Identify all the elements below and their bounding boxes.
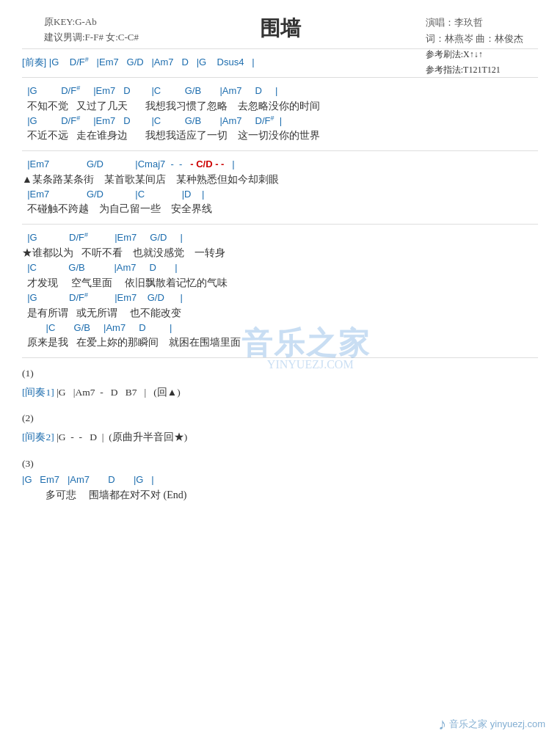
divider-4 — [22, 224, 538, 225]
ch-chords-1: |G D/F# |Em7 G/D | — [22, 230, 538, 245]
interlude-2-label: (2) [间奏2] |G - - D | (原曲升半音回★) — [22, 409, 538, 446]
interlude-1-label: (1) [间奏1] |G |Am7 - D B7 | (回▲) — [22, 364, 538, 401]
singer: 演唱：李玖哲 — [426, 15, 523, 31]
verse-1: |G D/F# |Em7 D |C G/B |Am7 D | 不知不觉 又过了几… — [22, 84, 538, 144]
footer-watermark: ♪ 音乐之家 yinyuezj.com — [438, 715, 545, 734]
ch-chords-4: |C G/B |Am7 D | — [22, 321, 538, 335]
pre-chorus: |Em7 G/D |Cmaj7 - - - C/D - - | ▲某条路某条街 … — [22, 157, 538, 216]
original-key: 原KEY:G-Ab — [44, 15, 139, 30]
footer-icon: ♪ — [438, 715, 446, 734]
fingering-ref: 参考指法:T121T121 — [426, 62, 523, 77]
interlude-2-num: (2) — [22, 409, 538, 428]
interlude-1-content: [间奏1] |G |Am7 - D B7 | (回▲) — [22, 383, 538, 402]
ch-chords-3: |G D/F# |Em7 G/D | — [22, 291, 538, 305]
chorus: |G D/F# |Em7 G/D | ★谁都以为 不听不看 也就没感觉 一转身 … — [22, 230, 538, 350]
v1-chords-2: |G D/F# |Em7 D |C G/B |Am7 D/F# | — [22, 114, 538, 128]
singer-info: 演唱：李玖哲 词：林燕岑 曲：林俊杰 参考刷法:X↑↓↑ 参考指法:T121T1… — [426, 15, 523, 77]
pc-lyrics-1: ▲某条路某条街 某首歌某间店 某种熟悉但如今却刺眼 — [22, 172, 538, 187]
footer-text: 音乐之家 yinyuezj.com — [449, 718, 545, 731]
ch-lyrics-3: 是有所谓 或无所谓 也不能改变 — [22, 305, 538, 321]
pc-chords-2: |Em7 G/D |C |D | — [22, 187, 538, 202]
divider-3 — [22, 150, 538, 151]
interlude-1-num: (1) — [22, 364, 538, 383]
ch-lyrics-1: ★谁都以为 不听不看 也就没感觉 一转身 — [22, 245, 538, 260]
divider-5 — [22, 357, 538, 358]
page: 原KEY:G-Ab 建议男调:F-F# 女:C-C# 围墙 演唱：李玖哲 词：林… — [0, 0, 560, 747]
song-title: 围墙 — [260, 15, 301, 43]
pc-chords-1: |Em7 G/D |Cmaj7 - - - C/D - - | — [22, 157, 538, 172]
strum-ref: 参考刷法:X↑↓↑ — [426, 47, 523, 62]
ch-lyrics-4: 原来是我 在爱上妳的那瞬间 就困在围墙里面 — [22, 335, 538, 350]
v1-lyrics-2: 不近不远 走在谁身边 我想我适应了一切 这一切没你的世界 — [22, 128, 538, 143]
outro-lyrics: 多可悲 围墙都在对不对 (End) — [22, 487, 538, 503]
suggest-key: 建议男调:F-F# 女:C-C# — [44, 30, 139, 45]
interlude-3-num: (3) — [22, 454, 538, 473]
outro-chords: |G Em7 |Am7 D |G | — [22, 473, 538, 487]
v1-lyrics-1: 不知不觉 又过了几天 我想我习惯了忽略 去忽略没你的时间 — [22, 98, 538, 114]
interlude-3-label: (3) |G Em7 |Am7 D |G | 多可悲 围墙都在对不对 (End) — [22, 454, 538, 503]
pc-lyrics-2: 不碰触不跨越 为自己留一些 安全界线 — [22, 201, 538, 216]
ch-chords-2: |C G/B |Am7 D | — [22, 260, 538, 275]
key-info: 原KEY:G-Ab 建议男调:F-F# 女:C-C# — [44, 15, 139, 45]
interlude-2-content: [间奏2] |G - - D | (原曲升半音回★) — [22, 428, 538, 447]
v1-chords-1: |G D/F# |Em7 D |C G/B |Am7 D | — [22, 84, 538, 98]
lyricist: 词：林燕岑 曲：林俊杰 — [426, 31, 523, 47]
divider-2 — [22, 77, 538, 78]
header: 原KEY:G-Ab 建议男调:F-F# 女:C-C# 围墙 演唱：李玖哲 词：林… — [22, 15, 538, 43]
ch-lyrics-2: 才发现 空气里面 依旧飘散着记忆的气味 — [22, 275, 538, 291]
